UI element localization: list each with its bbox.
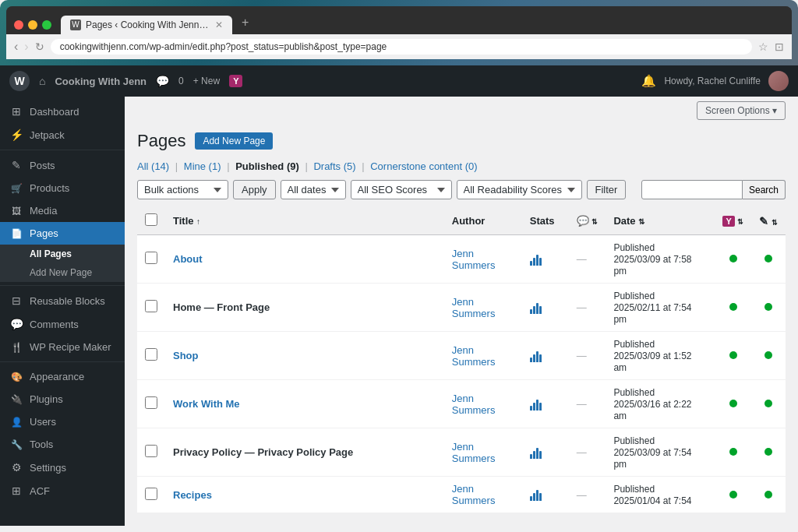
- sidebar-item-settings[interactable]: ⚙ Settings: [0, 456, 125, 479]
- bookmark-icon[interactable]: ☆: [758, 41, 768, 53]
- dot-green[interactable]: [42, 20, 51, 30]
- seo-filter-select[interactable]: All SEO Scores: [351, 180, 452, 199]
- row-checkbox[interactable]: [145, 300, 157, 312]
- apply-btn[interactable]: Apply: [233, 180, 276, 199]
- search-btn[interactable]: Search: [743, 180, 786, 199]
- active-tab[interactable]: W Pages ‹ Cooking With Jenn — W ✕: [61, 16, 232, 34]
- filter-btn[interactable]: Filter: [587, 180, 627, 199]
- notifications-icon[interactable]: 🔔: [641, 74, 656, 88]
- sidebar-item-reusable-blocks[interactable]: ⊟ Reusable Blocks: [0, 289, 125, 312]
- row-checkbox[interactable]: [145, 488, 157, 500]
- home-icon: ⌂: [39, 75, 45, 87]
- wp-logo[interactable]: W: [9, 71, 30, 91]
- seo-dot: [729, 491, 737, 499]
- page-title-link[interactable]: Recipes: [173, 489, 212, 501]
- page-title-link[interactable]: About: [173, 253, 203, 265]
- tab-close-icon[interactable]: ✕: [215, 19, 223, 30]
- pages-table: Title ↑ Author Stats 💬 ⇅ Date ⇅ Y ⇅: [137, 207, 786, 513]
- filter-drafts[interactable]: Drafts (5): [313, 160, 355, 172]
- table-row: Work With MeJenn Summers —Published2025/…: [137, 380, 786, 428]
- row-checkbox[interactable]: [145, 252, 157, 264]
- add-new-page-btn[interactable]: Add New Page: [195, 132, 273, 150]
- filter-mine[interactable]: Mine (1): [184, 160, 221, 172]
- recipe-icon: 🍴: [9, 342, 23, 353]
- sidebar-item-comments[interactable]: 💬 Comments: [0, 312, 125, 336]
- readability-dot: [764, 351, 772, 359]
- search-input[interactable]: [641, 180, 743, 199]
- dashboard-icon: ⊞: [9, 105, 23, 118]
- new-content-btn[interactable]: + New: [193, 76, 220, 86]
- comments-col-header[interactable]: 💬 ⇅: [569, 207, 606, 235]
- sidebar-item-jetpack[interactable]: ⚡ Jetpack: [0, 123, 125, 146]
- sidebar-item-posts[interactable]: ✎ Posts: [0, 153, 125, 177]
- filter-links: All (14) | Mine (1) | Published (9) | Dr…: [137, 160, 786, 172]
- sidebar-submenu-all-pages[interactable]: All Pages: [0, 245, 125, 263]
- row-checkbox[interactable]: [145, 396, 157, 409]
- sidebar-item-pages[interactable]: 📄 Pages: [0, 222, 125, 245]
- admin-bar: W ⌂ Cooking With Jenn 💬 0 + New Y 🔔 Howd…: [0, 65, 798, 97]
- page-title-text: Home — Front Page: [173, 301, 270, 313]
- date-status: Published2025/03/09 at 7:58 pm: [613, 242, 691, 277]
- back-btn[interactable]: ‹: [14, 40, 18, 54]
- author-link[interactable]: Jenn Summers: [452, 344, 496, 368]
- comments-count: —: [577, 301, 587, 313]
- site-name[interactable]: Cooking With Jenn: [55, 76, 147, 87]
- filter-published[interactable]: Published (9): [235, 160, 299, 172]
- seo-col-header[interactable]: Y ⇅: [715, 207, 751, 235]
- readability-col-header[interactable]: ✎ ⇅: [751, 207, 786, 235]
- row-checkbox[interactable]: [145, 348, 157, 361]
- seo-dot: [729, 351, 737, 359]
- reload-btn[interactable]: ↻: [35, 41, 44, 53]
- sidebar-item-wp-recipe-maker[interactable]: 🍴 WP Recipe Maker: [0, 336, 125, 358]
- dot-red[interactable]: [14, 20, 23, 30]
- dot-yellow[interactable]: [28, 20, 37, 30]
- row-checkbox[interactable]: [145, 445, 157, 457]
- filter-all[interactable]: All (14): [137, 160, 169, 172]
- sidebar-item-dashboard[interactable]: ⊞ Dashboard: [0, 100, 125, 123]
- page-title-link[interactable]: Work With Me: [173, 398, 240, 410]
- new-tab-btn[interactable]: +: [235, 12, 255, 34]
- seo-dot: [729, 400, 737, 407]
- comments-count: —: [577, 446, 587, 458]
- date-col-header[interactable]: Date ⇅: [606, 207, 715, 235]
- sidebar-item-acf[interactable]: ⊞ ACF: [0, 479, 125, 502]
- seo-dot: [729, 448, 737, 456]
- readability-filter-select[interactable]: All Readability Scores: [457, 180, 582, 199]
- select-all-checkbox[interactable]: [145, 213, 157, 226]
- page-title-text: Privacy Policy — Privacy Policy Page: [173, 446, 353, 458]
- author-link[interactable]: Jenn Summers: [452, 296, 496, 319]
- pages-icon: 📄: [9, 228, 23, 239]
- author-link[interactable]: Jenn Summers: [452, 248, 496, 271]
- author-link[interactable]: Jenn Summers: [452, 441, 496, 464]
- title-col-header[interactable]: Title ↑: [173, 215, 200, 227]
- settings-icon: ⚙: [9, 461, 23, 474]
- bulk-actions-select[interactable]: Bulk actions Edit Move to Trash: [137, 180, 228, 199]
- readability-dot: [764, 448, 772, 456]
- author-link[interactable]: Jenn Summers: [452, 393, 496, 416]
- url-bar[interactable]: [51, 39, 752, 55]
- products-icon: 🛒: [9, 183, 23, 194]
- sidebar-item-media[interactable]: 🖼 Media: [0, 199, 125, 222]
- filter-cornerstone[interactable]: Cornerstone content (0): [370, 160, 477, 172]
- sidebar-item-users[interactable]: 👤 Users: [0, 410, 125, 433]
- readability-dot: [764, 491, 772, 499]
- reusable-blocks-icon: ⊟: [9, 294, 23, 307]
- comments-icon[interactable]: 💬: [156, 75, 169, 87]
- screen-options-btn[interactable]: Screen Options ▾: [697, 101, 786, 120]
- sidebar-submenu-add-new-page[interactable]: Add New Page: [0, 263, 125, 282]
- sidebar-item-products[interactable]: 🛒 Products: [0, 177, 125, 199]
- stats-bar: [530, 301, 561, 314]
- forward-btn[interactable]: ›: [24, 40, 28, 54]
- yoast-icon[interactable]: Y: [229, 75, 242, 87]
- table-row: Privacy Policy — Privacy Policy PageJenn…: [137, 428, 786, 477]
- sidebar-item-tools[interactable]: 🔧 Tools: [0, 433, 125, 456]
- comments-count: —: [577, 398, 587, 410]
- table-row: RecipesJenn Summers —Published2025/01/04…: [137, 477, 786, 513]
- author-link[interactable]: Jenn Summers: [452, 483, 496, 506]
- sidebar-item-appearance[interactable]: 🎨 Appearance: [0, 365, 125, 388]
- date-status: Published2025/01/04 at 7:54: [613, 484, 691, 506]
- page-title-link[interactable]: Shop: [173, 350, 199, 361]
- extensions-icon[interactable]: ⊡: [775, 41, 784, 53]
- sidebar-item-plugins[interactable]: 🔌 Plugins: [0, 388, 125, 410]
- date-filter-select[interactable]: All dates: [281, 180, 346, 199]
